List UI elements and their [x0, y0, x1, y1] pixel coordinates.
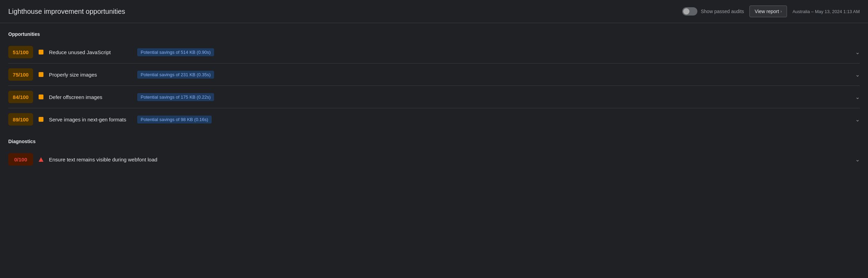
score-icon-0: [39, 50, 43, 54]
audit-name-diag-0: Ensure text remains visible during webfo…: [49, 157, 157, 162]
audit-row-0[interactable]: 51/100 Reduce unused JavaScript Potentia…: [8, 41, 860, 63]
content: Opportunities 51/100 Reduce unused JavaS…: [0, 23, 868, 179]
savings-badge-1: Potential savings of 231 KB (0.35s): [137, 71, 214, 79]
chevron-down-icon-diag-0: ⌄: [855, 156, 860, 163]
audit-name-3: Serve images in next-gen formats: [49, 117, 132, 122]
audit-name-2: Defer offscreen images: [49, 94, 132, 100]
page-title: Lighthouse improvement opportunities: [8, 8, 677, 16]
header: Lighthouse improvement opportunities Sho…: [0, 0, 868, 23]
header-controls: Show passed audits View report › Austral…: [682, 6, 860, 17]
show-passed-toggle[interactable]: [682, 7, 697, 16]
opportunities-title: Opportunities: [8, 31, 860, 37]
audit-name-1: Properly size images: [49, 72, 132, 78]
savings-badge-3: Potential savings of 98 KB (0.16s): [137, 116, 212, 123]
audit-row-1[interactable]: 75/100 Properly size images Potential sa…: [8, 63, 860, 86]
score-badge-2: 84/100: [8, 91, 33, 103]
chevron-down-icon-2: ⌄: [855, 94, 860, 100]
timestamp: Australia – May 13, 2024 1:13 AM: [793, 9, 860, 14]
score-icon-diag-0: [39, 157, 43, 162]
score-badge-3: 89/100: [8, 113, 33, 126]
diagnostics-title: Diagnostics: [8, 139, 860, 144]
score-icon-2: [39, 95, 43, 99]
show-passed-label: Show passed audits: [701, 9, 744, 14]
toggle-container: Show passed audits: [682, 7, 744, 16]
audit-row-diag-0[interactable]: 0/100 Ensure text remains visible during…: [8, 148, 860, 170]
audit-name-0: Reduce unused JavaScript: [49, 49, 132, 55]
chevron-down-icon-0: ⌄: [855, 49, 860, 56]
chevron-right-icon: ›: [780, 9, 782, 14]
view-report-label: View report: [755, 9, 779, 14]
chevron-down-icon-1: ⌄: [855, 71, 860, 78]
opportunities-section: Opportunities 51/100 Reduce unused JavaS…: [8, 31, 860, 130]
score-badge-0: 51/100: [8, 46, 33, 58]
view-report-button[interactable]: View report ›: [749, 6, 787, 17]
score-icon-3: [39, 117, 43, 122]
score-badge-diag-0: 0/100: [8, 153, 33, 166]
audit-row-2[interactable]: 84/100 Defer offscreen images Potential …: [8, 86, 860, 108]
chevron-down-icon-3: ⌄: [855, 116, 860, 123]
audit-row-3[interactable]: 89/100 Serve images in next-gen formats …: [8, 108, 860, 130]
savings-badge-0: Potential savings of 514 KB (0.90s): [137, 48, 214, 56]
score-badge-1: 75/100: [8, 68, 33, 81]
score-icon-1: [39, 72, 43, 77]
savings-badge-2: Potential savings of 175 KB (0.22s): [137, 93, 214, 101]
diagnostics-section: Diagnostics 0/100 Ensure text remains vi…: [8, 139, 860, 170]
